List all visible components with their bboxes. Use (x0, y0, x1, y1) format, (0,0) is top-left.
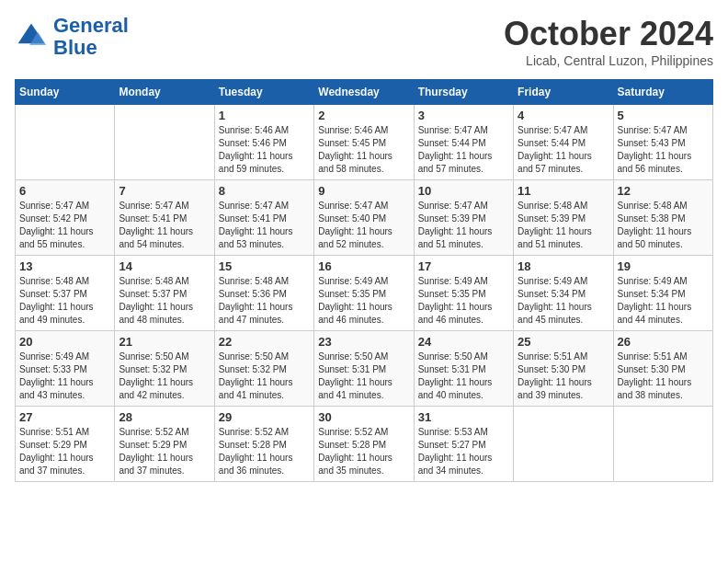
day-info: Sunrise: 5:47 AM Sunset: 5:40 PM Dayligh… (318, 200, 409, 251)
day-number: 3 (418, 109, 509, 122)
day-number: 21 (119, 335, 210, 349)
day-info: Sunrise: 5:48 AM Sunset: 5:36 PM Dayligh… (219, 275, 310, 327)
day-number: 11 (518, 184, 609, 198)
logo-line1: General (53, 14, 129, 37)
day-info: Sunrise: 5:49 AM Sunset: 5:33 PM Dayligh… (19, 350, 110, 402)
page-header: General Blue October 2024 Licab, Central… (15, 15, 713, 68)
calendar-week-4: 20Sunrise: 5:49 AM Sunset: 5:33 PM Dayli… (16, 331, 713, 407)
day-info: Sunrise: 5:51 AM Sunset: 5:29 PM Dayligh… (19, 426, 110, 477)
calendar-week-5: 27Sunrise: 5:51 AM Sunset: 5:29 PM Dayli… (16, 407, 713, 482)
calendar-table: SundayMondayTuesdayWednesdayThursdayFrid… (15, 79, 713, 482)
calendar-cell: 10Sunrise: 5:47 AM Sunset: 5:39 PM Dayli… (414, 180, 513, 256)
calendar-week-1: 1Sunrise: 5:46 AM Sunset: 5:46 PM Daylig… (16, 105, 713, 180)
day-number: 6 (19, 184, 110, 198)
calendar-cell: 31Sunrise: 5:53 AM Sunset: 5:27 PM Dayli… (414, 407, 513, 482)
location-subtitle: Licab, Central Luzon, Philippines (504, 53, 713, 68)
day-number: 18 (518, 259, 609, 273)
day-number: 2 (318, 109, 409, 122)
day-number: 1 (219, 109, 310, 122)
calendar-cell: 3Sunrise: 5:47 AM Sunset: 5:44 PM Daylig… (414, 105, 513, 180)
day-info: Sunrise: 5:48 AM Sunset: 5:38 PM Dayligh… (618, 200, 709, 251)
day-number: 30 (318, 410, 409, 424)
day-info: Sunrise: 5:47 AM Sunset: 5:39 PM Dayligh… (418, 200, 509, 251)
day-header-thursday: Thursday (414, 80, 513, 105)
calendar-cell: 26Sunrise: 5:51 AM Sunset: 5:30 PM Dayli… (613, 331, 712, 407)
day-info: Sunrise: 5:48 AM Sunset: 5:37 PM Dayligh… (19, 275, 110, 327)
day-number: 7 (119, 184, 210, 198)
calendar-cell: 25Sunrise: 5:51 AM Sunset: 5:30 PM Dayli… (514, 331, 613, 407)
calendar-cell: 18Sunrise: 5:49 AM Sunset: 5:34 PM Dayli… (514, 256, 613, 331)
day-info: Sunrise: 5:50 AM Sunset: 5:32 PM Dayligh… (119, 350, 210, 402)
day-number: 31 (418, 410, 509, 424)
calendar-cell: 15Sunrise: 5:48 AM Sunset: 5:36 PM Dayli… (214, 256, 313, 331)
day-number: 12 (618, 184, 709, 198)
calendar-cell: 2Sunrise: 5:46 AM Sunset: 5:45 PM Daylig… (314, 105, 414, 180)
day-info: Sunrise: 5:46 AM Sunset: 5:45 PM Dayligh… (318, 124, 409, 176)
day-info: Sunrise: 5:52 AM Sunset: 5:28 PM Dayligh… (318, 426, 409, 477)
logo-text: General Blue (53, 15, 129, 59)
calendar-cell: 5Sunrise: 5:47 AM Sunset: 5:43 PM Daylig… (613, 105, 712, 180)
day-info: Sunrise: 5:47 AM Sunset: 5:41 PM Dayligh… (119, 200, 210, 251)
calendar-cell: 29Sunrise: 5:52 AM Sunset: 5:28 PM Dayli… (214, 407, 313, 482)
day-info: Sunrise: 5:49 AM Sunset: 5:34 PM Dayligh… (618, 275, 709, 327)
calendar-cell: 14Sunrise: 5:48 AM Sunset: 5:37 PM Dayli… (115, 256, 214, 331)
day-number: 25 (518, 335, 609, 349)
day-info: Sunrise: 5:52 AM Sunset: 5:29 PM Dayligh… (119, 426, 210, 477)
day-number: 26 (618, 335, 709, 349)
calendar-cell: 9Sunrise: 5:47 AM Sunset: 5:40 PM Daylig… (314, 180, 414, 256)
calendar-cell (613, 407, 712, 482)
day-info: Sunrise: 5:50 AM Sunset: 5:32 PM Dayligh… (219, 350, 310, 402)
calendar-cell (514, 407, 613, 482)
day-number: 24 (418, 335, 509, 349)
day-number: 10 (418, 184, 509, 198)
day-number: 8 (219, 184, 310, 198)
day-number: 9 (318, 184, 409, 198)
calendar-cell: 12Sunrise: 5:48 AM Sunset: 5:38 PM Dayli… (613, 180, 712, 256)
day-number: 20 (19, 335, 110, 349)
calendar-cell: 13Sunrise: 5:48 AM Sunset: 5:37 PM Dayli… (16, 256, 115, 331)
logo-icon (15, 20, 48, 53)
day-header-friday: Friday (514, 80, 613, 105)
day-number: 19 (618, 259, 709, 273)
day-info: Sunrise: 5:52 AM Sunset: 5:28 PM Dayligh… (219, 426, 310, 477)
day-info: Sunrise: 5:47 AM Sunset: 5:41 PM Dayligh… (219, 200, 310, 251)
calendar-cell: 19Sunrise: 5:49 AM Sunset: 5:34 PM Dayli… (613, 256, 712, 331)
calendar-cell: 6Sunrise: 5:47 AM Sunset: 5:42 PM Daylig… (16, 180, 115, 256)
day-info: Sunrise: 5:46 AM Sunset: 5:46 PM Dayligh… (219, 124, 310, 176)
day-info: Sunrise: 5:49 AM Sunset: 5:34 PM Dayligh… (518, 275, 609, 327)
calendar-cell: 7Sunrise: 5:47 AM Sunset: 5:41 PM Daylig… (115, 180, 214, 256)
title-area: October 2024 Licab, Central Luzon, Phili… (504, 15, 713, 68)
day-info: Sunrise: 5:50 AM Sunset: 5:31 PM Dayligh… (418, 350, 509, 402)
day-number: 23 (318, 335, 409, 349)
calendar-cell: 30Sunrise: 5:52 AM Sunset: 5:28 PM Dayli… (314, 407, 414, 482)
day-info: Sunrise: 5:47 AM Sunset: 5:44 PM Dayligh… (518, 124, 609, 176)
day-info: Sunrise: 5:47 AM Sunset: 5:43 PM Dayligh… (618, 124, 709, 176)
day-info: Sunrise: 5:48 AM Sunset: 5:39 PM Dayligh… (518, 200, 609, 251)
calendar-cell: 23Sunrise: 5:50 AM Sunset: 5:31 PM Dayli… (314, 331, 414, 407)
day-number: 4 (518, 109, 609, 122)
logo: General Blue (15, 15, 129, 59)
logo-line2: Blue (53, 36, 97, 59)
day-header-monday: Monday (115, 80, 214, 105)
calendar-cell: 4Sunrise: 5:47 AM Sunset: 5:44 PM Daylig… (514, 105, 613, 180)
day-number: 14 (119, 259, 210, 273)
day-info: Sunrise: 5:53 AM Sunset: 5:27 PM Dayligh… (418, 426, 509, 477)
calendar-cell: 17Sunrise: 5:49 AM Sunset: 5:35 PM Dayli… (414, 256, 513, 331)
calendar-cell: 20Sunrise: 5:49 AM Sunset: 5:33 PM Dayli… (16, 331, 115, 407)
day-number: 27 (19, 410, 110, 424)
day-number: 17 (418, 259, 509, 273)
day-header-sunday: Sunday (16, 80, 115, 105)
day-info: Sunrise: 5:49 AM Sunset: 5:35 PM Dayligh… (418, 275, 509, 327)
calendar-cell: 24Sunrise: 5:50 AM Sunset: 5:31 PM Dayli… (414, 331, 513, 407)
calendar-body: 1Sunrise: 5:46 AM Sunset: 5:46 PM Daylig… (16, 105, 713, 482)
calendar-cell: 28Sunrise: 5:52 AM Sunset: 5:29 PM Dayli… (115, 407, 214, 482)
day-number: 29 (219, 410, 310, 424)
calendar-week-3: 13Sunrise: 5:48 AM Sunset: 5:37 PM Dayli… (16, 256, 713, 331)
calendar-cell: 16Sunrise: 5:49 AM Sunset: 5:35 PM Dayli… (314, 256, 414, 331)
day-header-wednesday: Wednesday (314, 80, 414, 105)
calendar-cell: 27Sunrise: 5:51 AM Sunset: 5:29 PM Dayli… (16, 407, 115, 482)
day-header-saturday: Saturday (613, 80, 712, 105)
days-header-row: SundayMondayTuesdayWednesdayThursdayFrid… (16, 80, 713, 105)
calendar-week-2: 6Sunrise: 5:47 AM Sunset: 5:42 PM Daylig… (16, 180, 713, 256)
day-number: 5 (618, 109, 709, 122)
